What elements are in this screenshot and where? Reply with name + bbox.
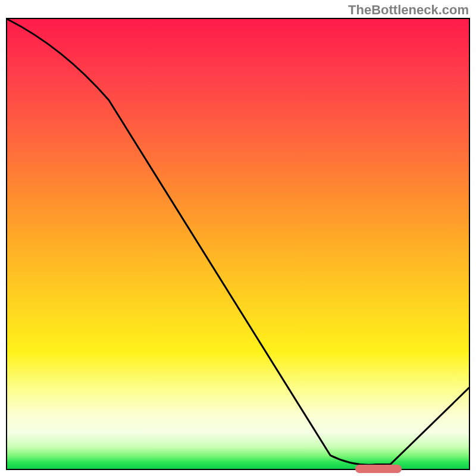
chart-svg: [7, 19, 469, 469]
chart-plot-area: [6, 18, 470, 470]
watermark-text: TheBottleneck.com: [348, 2, 469, 18]
chart-line-curve: [7, 19, 469, 465]
chart-marker-segment: [355, 465, 402, 473]
